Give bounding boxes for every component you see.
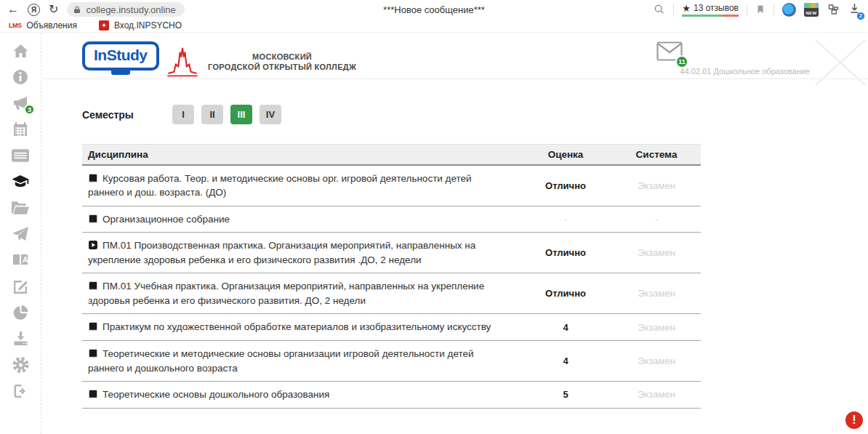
new-label: NEW xyxy=(805,11,816,17)
error-alert-icon[interactable]: ! xyxy=(845,411,863,429)
translate-icon: ゝ A xyxy=(11,252,30,269)
semester-button-2[interactable]: II xyxy=(201,105,223,124)
bookmark-announcements[interactable]: LMS Объявления xyxy=(9,20,77,31)
discipline-name: Курсовая работа. Теор. и методические ос… xyxy=(88,173,472,198)
list-card-icon xyxy=(11,148,30,164)
reviews-widget[interactable]: ★ 13 отзывов xyxy=(682,3,739,17)
discipline-name: Теоретические и методические основы орга… xyxy=(88,348,474,374)
program-name: 44.02.01 Дошкольное образование xyxy=(680,67,810,76)
edit-icon xyxy=(12,278,29,295)
sidebar-item-announcements[interactable]: 3 xyxy=(10,93,31,113)
table-row[interactable]: ПМ.01 Учебная практика. Организация меро… xyxy=(82,273,701,314)
grade-value: - xyxy=(519,206,612,233)
grade-value: Отлично xyxy=(519,233,612,273)
info-icon xyxy=(12,68,29,86)
announcements-badge: 3 xyxy=(24,104,35,115)
table-header-row: Дисциплина Оценка Система xyxy=(82,145,701,165)
browser-toolbar: ← Я ↻ college.instudy.online ***Новое со… xyxy=(0,0,868,19)
table-row[interactable]: Практикум по художественной обработке ма… xyxy=(82,314,701,341)
table-row[interactable]: Организационное собрание - - xyxy=(82,206,701,233)
sidebar-item-tests[interactable] xyxy=(10,276,31,296)
main-content: InStudy МОСКОВСКИЙ ГОРОДСКОЙ ОТКРЫТЫЙ КО… xyxy=(42,33,868,434)
search-icon[interactable] xyxy=(654,4,665,15)
sidebar-item-logout[interactable] xyxy=(10,381,31,401)
divider xyxy=(773,4,774,15)
instudy-logo[interactable]: InStudy xyxy=(82,41,159,71)
home-icon xyxy=(12,42,30,60)
system-value: Экзамен xyxy=(612,341,701,382)
discipline-name: Организационное собрание xyxy=(103,214,230,225)
divider xyxy=(673,4,674,15)
refresh-button[interactable]: ↻ xyxy=(49,4,58,15)
sidebar-item-statistics[interactable] xyxy=(10,302,31,322)
book-icon xyxy=(88,173,98,183)
table-row[interactable]: Курсовая работа. Теор. и методические ос… xyxy=(82,165,701,206)
bookmark-label: Объявления xyxy=(27,20,77,31)
column-discipline: Дисциплина xyxy=(82,145,519,165)
divider xyxy=(747,4,747,15)
book-icon xyxy=(88,321,98,331)
system-value: Экзамен xyxy=(612,165,701,206)
back-button[interactable]: ← xyxy=(7,4,19,15)
download-tray-icon xyxy=(12,330,30,347)
semester-button-4[interactable]: IV xyxy=(260,105,281,124)
discipline-name: ПМ.01 Производственная практика. Организ… xyxy=(88,240,475,265)
semester-button-3[interactable]: III xyxy=(230,105,252,124)
logout-icon xyxy=(12,382,30,400)
folder-icon xyxy=(11,200,30,216)
book-icon xyxy=(88,281,98,291)
downloads-badge: 2 xyxy=(856,12,865,20)
address-bar[interactable]: college.instudy.online xyxy=(67,2,184,17)
extension-new-icon[interactable]: NEW xyxy=(804,3,819,17)
column-system: Система xyxy=(612,145,701,165)
gear-icon xyxy=(12,356,30,374)
pie-chart-icon xyxy=(12,304,30,321)
system-value: Экзамен xyxy=(612,273,701,314)
column-grade: Оценка xyxy=(519,145,612,165)
bookmark-inpsycho[interactable]: ✦ Вход.INPSYCHO xyxy=(99,20,182,31)
sidebar-item-journal[interactable] xyxy=(10,145,31,165)
svg-text:A: A xyxy=(23,255,28,263)
semesters-label: Семестры xyxy=(82,109,140,121)
collections-icon[interactable] xyxy=(827,3,840,16)
extension-ball-icon[interactable] xyxy=(782,3,796,17)
sidebar-item-messages[interactable] xyxy=(10,224,31,244)
bookmark-label: Вход.INPSYCHO xyxy=(114,20,182,31)
instudy-logo-text: InStudy xyxy=(82,41,159,71)
marquee-strip xyxy=(804,3,819,8)
avatar-placeholder-icon xyxy=(813,39,868,87)
sidebar-item-files[interactable] xyxy=(10,198,31,217)
book-icon xyxy=(88,214,98,224)
downloads-button[interactable]: 2 xyxy=(848,2,861,17)
table-row[interactable]: ПМ.01 Производственная практика. Организ… xyxy=(82,233,701,273)
toolbar-right: ★ 13 отзывов NEW 2 xyxy=(654,2,861,17)
system-value: Экзамен xyxy=(612,382,701,409)
sidebar-item-grades[interactable] xyxy=(10,172,31,191)
bookmark-flag-icon[interactable] xyxy=(755,4,765,15)
sidebar-item-home[interactable] xyxy=(10,41,31,60)
discipline-name: ПМ.01 Учебная практика. Организация меро… xyxy=(88,281,484,306)
book-icon xyxy=(88,348,98,358)
mail-button[interactable]: 11 xyxy=(656,41,683,64)
semester-button-1[interactable]: I xyxy=(172,105,194,124)
college-name-line1: МОСКОВСКИЙ xyxy=(208,52,356,63)
play-icon xyxy=(88,240,98,250)
sidebar-item-settings[interactable] xyxy=(10,355,31,374)
discipline-name: Теоретические основы дошкольного образов… xyxy=(103,389,329,400)
sidebar-item-translate[interactable]: ゝ A xyxy=(10,250,31,270)
book-icon xyxy=(88,389,98,399)
grade-value: 5 xyxy=(519,382,612,409)
star-icon: ★ xyxy=(682,3,691,14)
graduation-cap-icon xyxy=(10,173,31,190)
college-brand: МОСКОВСКИЙ ГОРОДСКОЙ ОТКРЫТЫЙ КОЛЛЕДЖ xyxy=(166,46,356,79)
grade-value: Отлично xyxy=(519,273,612,314)
app-window: 3 xyxy=(0,33,868,434)
sidebar-item-info[interactable] xyxy=(10,67,31,87)
kremlin-emblem-icon xyxy=(166,46,199,79)
yandex-browser-icon[interactable]: Я xyxy=(28,4,40,16)
sidebar-item-calendar[interactable] xyxy=(10,119,31,139)
table-row[interactable]: Теоретические основы дошкольного образов… xyxy=(82,382,701,409)
calendar-icon xyxy=(12,121,29,138)
sidebar-item-downloads[interactable] xyxy=(10,329,31,348)
table-row[interactable]: Теоретические и методические основы орга… xyxy=(82,341,701,382)
